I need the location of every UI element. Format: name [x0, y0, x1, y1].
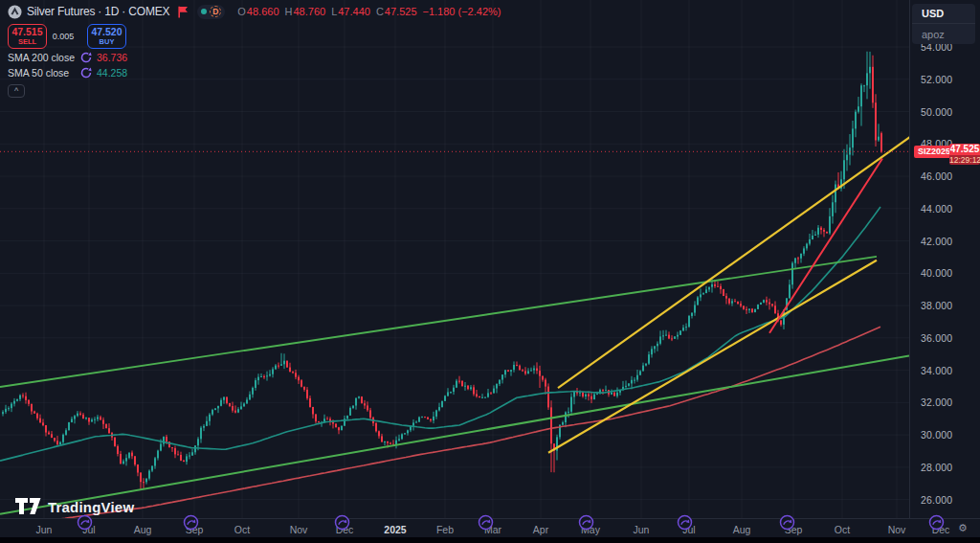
- price-axis-label: 42.000: [921, 236, 952, 247]
- low-label: L: [331, 6, 337, 17]
- time-axis-label: Nov: [290, 524, 308, 535]
- sma200-label: SMA 200 close: [8, 52, 78, 63]
- upper-green-channel: [0, 257, 877, 387]
- contract-label: SIZ2025: [914, 146, 954, 158]
- price-axis-label: 34.000: [921, 365, 952, 376]
- buy-button[interactable]: 47.520 BUY: [87, 24, 126, 49]
- time-axis-label: Nov: [888, 524, 906, 535]
- contract-rollover-icon[interactable]: [928, 514, 945, 531]
- sma50-label: SMA 50 close: [8, 67, 78, 79]
- last-price-value: 47.525: [949, 144, 980, 155]
- timeframe-pill[interactable]: D: [197, 5, 225, 19]
- time-axis-label: Jun: [634, 524, 650, 535]
- high-value: 48.760: [293, 6, 325, 17]
- price-axis-label: 30.000: [921, 429, 952, 441]
- price-axis-label: 44.000: [921, 203, 952, 215]
- close-value: 47.525: [385, 6, 417, 17]
- sma200-value: 36.736: [97, 52, 127, 63]
- last-price-tag: 47.525 12:29:12: [949, 144, 980, 165]
- time-axis-label: Oct: [234, 524, 250, 535]
- sell-button[interactable]: 47.515 SELL: [8, 24, 47, 49]
- red-steep-trendline: [769, 158, 882, 332]
- tradingview-logo-text: TradingView: [48, 499, 134, 515]
- symbol-header-row: Silver Futures · 1D · COMEX D O48.660 H4…: [8, 4, 501, 19]
- price-unit-selector[interactable]: USD apoz: [912, 4, 975, 44]
- contract-rollover-icon[interactable]: [334, 514, 350, 531]
- time-axis-label: Aug: [134, 524, 152, 535]
- indicator-loading-icon: [80, 52, 92, 63]
- time-axis-label: Feb: [436, 524, 454, 535]
- order-panel: 47.515 SELL 0.005 47.520 BUY: [8, 24, 501, 49]
- market-status-dot: [201, 9, 207, 14]
- axis-settings-gear-icon[interactable]: ⚙: [958, 522, 968, 534]
- unit-apoz[interactable]: apoz: [912, 24, 975, 44]
- open-label: O: [237, 6, 246, 17]
- price-axis-label: 32.000: [921, 396, 952, 408]
- sell-price: 47.515: [11, 27, 42, 37]
- low-value: 47.440: [338, 6, 370, 17]
- bar-countdown: 12:29:12: [949, 155, 980, 165]
- exchange-logo-icon: [8, 5, 22, 19]
- bottom-bar: [0, 537, 980, 543]
- time-axis-label: Apr: [533, 524, 548, 535]
- contract-rollover-icon[interactable]: [779, 514, 795, 531]
- contract-rollover-icon[interactable]: [478, 514, 494, 531]
- indicator-loading-icon: [80, 67, 92, 79]
- unit-usd[interactable]: USD: [912, 4, 975, 24]
- indicator-row-sma200[interactable]: SMA 200 close 36.736: [8, 51, 501, 64]
- price-axis-label: 52.000: [921, 74, 952, 85]
- price-axis-label: 36.000: [921, 332, 952, 344]
- tradingview-logo[interactable]: TradingView: [15, 498, 134, 515]
- contract-rollover-icon[interactable]: [677, 514, 693, 531]
- ohlc-readout: O48.660 H48.760 L47.440 C47.525 −1.180 (…: [232, 6, 501, 17]
- price-axis-label: 26.000: [921, 494, 952, 506]
- time-axis-label: Oct: [835, 524, 850, 535]
- buy-label: BUY: [100, 37, 115, 46]
- price-axis-label: 38.000: [921, 300, 952, 311]
- timeframe-badge[interactable]: D: [210, 6, 221, 17]
- chart-legend: Silver Futures · 1D · COMEX D O48.660 H4…: [8, 4, 501, 98]
- open-value: 48.660: [247, 6, 279, 17]
- sma50-value: 44.258: [97, 67, 127, 79]
- spread-value: 0.005: [47, 32, 79, 41]
- close-label: C: [376, 6, 384, 17]
- upper-yellow-channel: [558, 134, 909, 388]
- tradingview-chart-app: 26.00028.00030.00032.00034.00036.00038.0…: [0, 0, 980, 543]
- time-axis-label: Aug: [733, 524, 751, 535]
- collapse-legend-button[interactable]: ^: [8, 84, 25, 98]
- contract-rollover-icon[interactable]: [183, 514, 199, 531]
- price-axis-label: 46.000: [921, 170, 952, 182]
- buy-price: 47.520: [91, 27, 122, 37]
- change-value: −1.180 (−2.42%): [423, 6, 501, 17]
- price-axis-label: 40.000: [921, 267, 952, 279]
- contract-rollover-icon[interactable]: [77, 514, 93, 531]
- tradingview-logo-icon: [15, 498, 41, 515]
- contract-rollover-icon[interactable]: [578, 514, 594, 531]
- sell-label: SELL: [18, 37, 36, 46]
- indicator-row-sma50[interactable]: SMA 50 close 44.258: [8, 66, 501, 79]
- flag-icon[interactable]: [178, 6, 189, 18]
- price-axis-label: 28.000: [921, 462, 952, 473]
- symbol-title[interactable]: Silver Futures · 1D · COMEX: [27, 5, 169, 18]
- price-axis[interactable]: 26.00028.00030.00032.00034.00036.00038.0…: [909, 0, 980, 518]
- time-axis-label: Jun: [36, 524, 53, 535]
- time-axis-label: 2025: [384, 524, 406, 535]
- high-label: H: [285, 6, 293, 17]
- price-axis-label: 50.000: [921, 106, 952, 118]
